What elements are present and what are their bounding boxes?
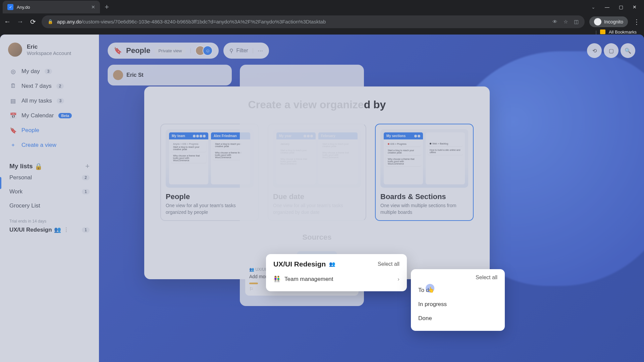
- app-container: Eric Workspace Account ◎ My day 3 🗓 Next…: [0, 35, 644, 362]
- menu-icon[interactable]: ⋮: [633, 18, 641, 26]
- url-host: app.any.do: [57, 19, 82, 24]
- section-label: Done: [418, 315, 432, 321]
- board-item[interactable]: 👫 Team management ›: [273, 273, 399, 285]
- all-bookmarks-link[interactable]: All Bookmarks: [609, 29, 637, 35]
- close-icon[interactable]: ✕: [91, 4, 95, 10]
- incognito-badge[interactable]: Incognito: [589, 16, 628, 27]
- lock-icon: 🔒: [48, 19, 53, 24]
- select-all-button[interactable]: Select all: [378, 261, 399, 267]
- reload-icon[interactable]: ⟳: [29, 18, 37, 26]
- address-bar[interactable]: 🔒 app.any.do/custom-views/70e6d96c-103e-…: [42, 15, 585, 28]
- section-label: In progress: [418, 301, 447, 307]
- address-row: ← → ⟳ 🔒 app.any.do/custom-views/70e6d96c…: [0, 14, 644, 29]
- star-icon[interactable]: ☆: [564, 19, 568, 25]
- browser-chrome: ✓ Any.do ✕ + ⌄ — ▢ ✕ ← → ⟳ 🔒 app.any.do/…: [0, 0, 644, 35]
- minimize-icon[interactable]: —: [605, 4, 609, 10]
- forward-icon[interactable]: →: [16, 18, 24, 25]
- browser-tab[interactable]: ✓ Any.do ✕: [3, 1, 100, 13]
- select-all-button[interactable]: Select all: [418, 275, 497, 281]
- folder-icon: [600, 29, 605, 34]
- section-option[interactable]: To do 👆: [418, 283, 497, 297]
- eye-off-icon[interactable]: 👁: [552, 19, 557, 24]
- board-item-label: Team management: [284, 276, 333, 283]
- chevron-right-icon: ›: [397, 276, 399, 283]
- incognito-icon: [594, 18, 601, 25]
- back-icon[interactable]: ←: [3, 18, 11, 25]
- board-selector-popover: UX/UI Redesign 👥 Select all 👫 Team manag…: [266, 254, 407, 291]
- bookmarks-bar: | All Bookmarks: [0, 29, 644, 35]
- popover-title: UX/UI Redesign: [273, 260, 326, 268]
- close-window-icon[interactable]: ✕: [633, 4, 637, 10]
- incognito-label: Incognito: [604, 19, 623, 24]
- chevron-down-icon[interactable]: ⌄: [591, 4, 595, 10]
- modal-overlay[interactable]: [0, 35, 644, 362]
- new-tab-button[interactable]: +: [105, 3, 109, 11]
- team-icon: 👫: [273, 276, 280, 283]
- tab-title: Any.do: [17, 5, 88, 10]
- section-selector-popover: Select all To do 👆 In progress Done: [411, 269, 505, 331]
- cursor-icon: 👆: [428, 287, 434, 293]
- tab-strip: ✓ Any.do ✕ + ⌄ — ▢ ✕: [0, 0, 644, 14]
- section-option[interactable]: In progress: [418, 297, 497, 311]
- maximize-icon[interactable]: ▢: [619, 4, 623, 10]
- favicon-icon: ✓: [7, 4, 13, 10]
- extension-icon[interactable]: ◫: [574, 19, 579, 25]
- window-controls: ⌄ — ▢ ✕: [591, 4, 644, 10]
- section-option[interactable]: Done: [418, 311, 497, 325]
- people-icon: 👥: [329, 261, 335, 267]
- url-path: /custom-views/70e6d96c-103e-4863-8240-b9…: [82, 19, 326, 24]
